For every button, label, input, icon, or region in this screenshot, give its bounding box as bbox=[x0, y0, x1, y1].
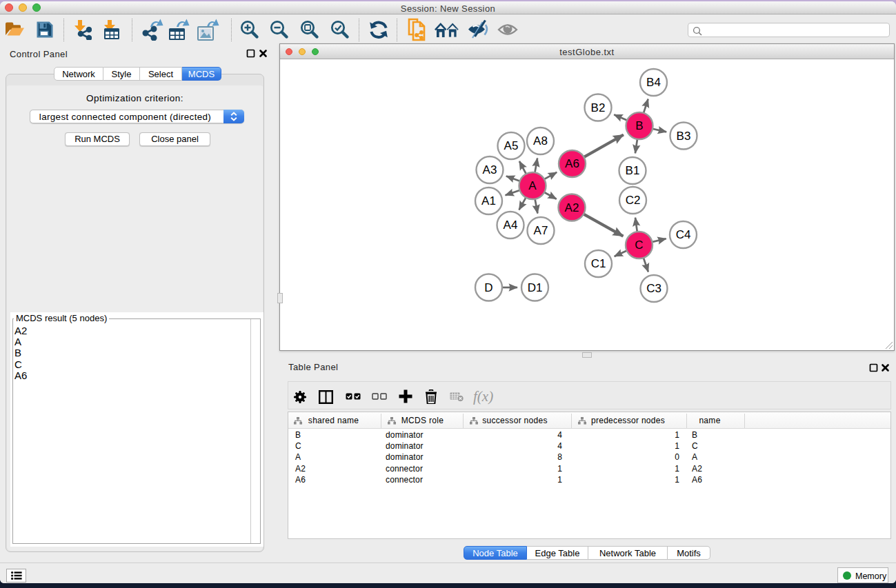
svg-text:C4: C4 bbox=[676, 228, 691, 241]
svg-text:A6: A6 bbox=[565, 157, 579, 170]
svg-text:D: D bbox=[484, 281, 492, 294]
svg-text:A5: A5 bbox=[504, 139, 519, 152]
svg-text:B3: B3 bbox=[677, 130, 691, 143]
svg-text:C1: C1 bbox=[591, 257, 606, 270]
svg-text:A7: A7 bbox=[534, 224, 548, 237]
svg-text:A4: A4 bbox=[504, 219, 518, 232]
svg-text:C: C bbox=[635, 239, 643, 252]
svg-text:A8: A8 bbox=[533, 134, 548, 148]
svg-text:B: B bbox=[635, 119, 643, 132]
svg-text:B2: B2 bbox=[591, 101, 606, 114]
svg-text:B4: B4 bbox=[646, 76, 661, 89]
svg-text:B1: B1 bbox=[626, 164, 640, 177]
svg-text:A2: A2 bbox=[565, 201, 579, 214]
svg-text:C3: C3 bbox=[646, 282, 661, 295]
svg-text:A3: A3 bbox=[483, 163, 497, 176]
svg-text:A1: A1 bbox=[481, 194, 496, 207]
svg-text:A: A bbox=[528, 179, 537, 192]
svg-text:D1: D1 bbox=[528, 281, 543, 294]
svg-text:C2: C2 bbox=[626, 194, 641, 207]
